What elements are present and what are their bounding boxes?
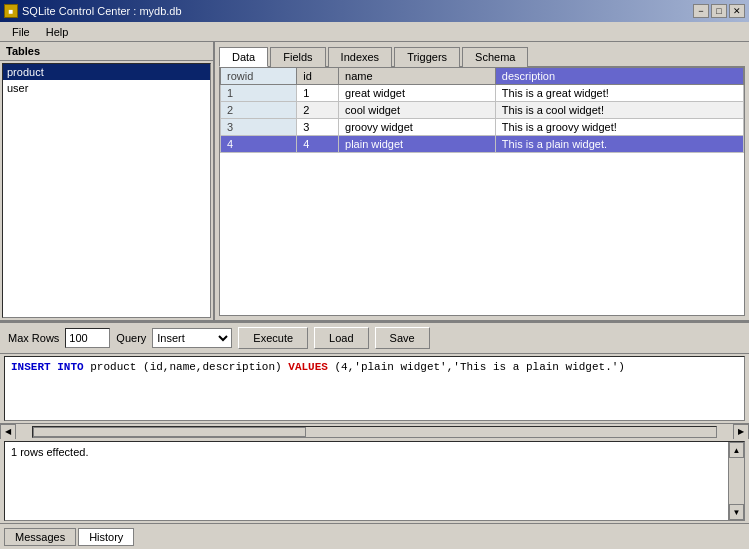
col-header-description: description — [495, 68, 743, 85]
hscroll-thumb[interactable] — [33, 427, 306, 437]
middle-section: Max Rows Query Insert Select Update Dele… — [0, 322, 749, 439]
tables-pane: Tables product user — [0, 42, 215, 320]
query-table-name: product (id,name,description) — [90, 361, 288, 373]
query-label: Query — [116, 332, 146, 344]
app-icon: ■ — [4, 4, 18, 18]
hscroll-right-button[interactable]: ▶ — [733, 424, 749, 440]
hscroll-track[interactable] — [32, 426, 717, 438]
cell-description: This is a cool widget! — [495, 102, 743, 119]
query-values-keyword: VALUES — [288, 361, 328, 373]
query-select[interactable]: Insert Select Update Delete — [152, 328, 232, 348]
bottom-tab-messages[interactable]: Messages — [4, 528, 76, 546]
title-bar: ■ SQLite Control Center : mydb.db − □ ✕ — [0, 0, 749, 22]
max-rows-label: Max Rows — [8, 332, 59, 344]
cell-id: 4 — [297, 136, 339, 153]
cell-rowid: 4 — [221, 136, 297, 153]
close-button[interactable]: ✕ — [729, 4, 745, 18]
vscroll-up-button[interactable]: ▲ — [729, 442, 744, 458]
query-editor[interactable]: INSERT INTO product (id,name,description… — [4, 356, 745, 421]
bottom-tabs: Messages History — [0, 523, 749, 549]
menu-help[interactable]: Help — [38, 24, 77, 40]
cell-name: great widget — [339, 85, 496, 102]
vscroll-track — [729, 458, 744, 504]
bottom-toolbar: Max Rows Query Insert Select Update Dele… — [0, 322, 749, 354]
col-header-rowid: rowid — [221, 68, 297, 85]
main-area: Tables product user Data Fields Indexes … — [0, 42, 749, 549]
cell-name: cool widget — [339, 102, 496, 119]
cell-name: groovy widget — [339, 119, 496, 136]
bottom-tab-history[interactable]: History — [78, 528, 134, 546]
cell-rowid: 1 — [221, 85, 297, 102]
max-rows-input[interactable] — [65, 328, 110, 348]
tables-list[interactable]: product user — [2, 63, 211, 318]
messages-text-content: 1 rows effected. — [11, 446, 88, 458]
query-insert-keyword: INSERT INTO — [11, 361, 84, 373]
data-grid-area[interactable]: rowid id name description 1 1 great widg… — [219, 66, 745, 316]
title-bar-buttons[interactable]: − □ ✕ — [693, 4, 745, 18]
data-table: rowid id name description 1 1 great widg… — [220, 67, 744, 153]
vscroll-down-button[interactable]: ▼ — [729, 504, 744, 520]
cell-rowid: 3 — [221, 119, 297, 136]
minimize-button[interactable]: − — [693, 4, 709, 18]
table-row[interactable]: 4 4 plain widget This is a plain widget. — [221, 136, 744, 153]
tabs-bar: Data Fields Indexes Triggers Schema — [215, 42, 749, 66]
table-row[interactable]: 1 1 great widget This is a great widget! — [221, 85, 744, 102]
tables-header: Tables — [0, 42, 213, 61]
cell-description: This is a plain widget. — [495, 136, 743, 153]
execute-button[interactable]: Execute — [238, 327, 308, 349]
top-panel: Tables product user Data Fields Indexes … — [0, 42, 749, 322]
col-header-id: id — [297, 68, 339, 85]
save-button[interactable]: Save — [375, 327, 430, 349]
menu-file[interactable]: File — [4, 24, 38, 40]
load-button[interactable]: Load — [314, 327, 368, 349]
cell-name: plain widget — [339, 136, 496, 153]
table-item-product[interactable]: product — [3, 64, 210, 80]
col-header-name: name — [339, 68, 496, 85]
tab-triggers[interactable]: Triggers — [394, 47, 460, 67]
messages-with-scroll: 1 rows effected. ▲ ▼ — [4, 441, 745, 521]
messages-vscroll[interactable]: ▲ ▼ — [728, 442, 744, 520]
cell-description: This is a great widget! — [495, 85, 743, 102]
cell-rowid: 2 — [221, 102, 297, 119]
cell-id: 3 — [297, 119, 339, 136]
menu-bar: File Help — [0, 22, 749, 42]
table-item-user[interactable]: user — [3, 80, 210, 96]
tab-data[interactable]: Data — [219, 47, 268, 67]
tab-schema[interactable]: Schema — [462, 47, 528, 67]
right-pane: Data Fields Indexes Triggers Schema rowi… — [215, 42, 749, 320]
horizontal-scrollbar[interactable]: ◀ ▶ — [0, 423, 749, 439]
cell-id: 1 — [297, 85, 339, 102]
query-values-content: (4,'plain widget','This is a plain widge… — [335, 361, 625, 373]
table-row[interactable]: 2 2 cool widget This is a cool widget! — [221, 102, 744, 119]
title-bar-left: ■ SQLite Control Center : mydb.db — [4, 4, 182, 18]
cell-description: This is a groovy widget! — [495, 119, 743, 136]
maximize-button[interactable]: □ — [711, 4, 727, 18]
cell-id: 2 — [297, 102, 339, 119]
tab-fields[interactable]: Fields — [270, 47, 325, 67]
messages-section: 1 rows effected. ▲ ▼ Messages History — [0, 439, 749, 549]
window-title: SQLite Control Center : mydb.db — [22, 5, 182, 17]
table-row[interactable]: 3 3 groovy widget This is a groovy widge… — [221, 119, 744, 136]
messages-content: 1 rows effected. — [5, 442, 728, 520]
tab-indexes[interactable]: Indexes — [328, 47, 393, 67]
hscroll-left-button[interactable]: ◀ — [0, 424, 16, 440]
